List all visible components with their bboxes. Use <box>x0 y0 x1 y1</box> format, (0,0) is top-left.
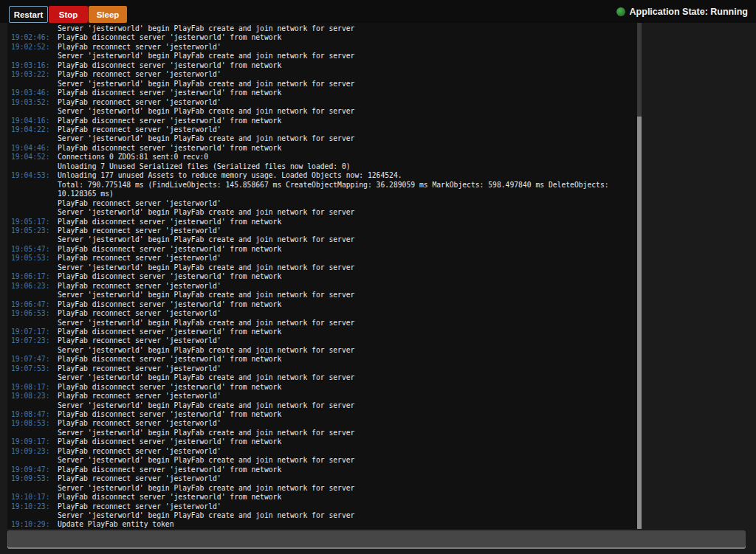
log-line: 19:06:47:PlayFab disconnect server 'jest… <box>7 300 637 309</box>
log-line: 19:09:53:PlayFab reconnect server 'jeste… <box>7 474 637 483</box>
log-message: Server 'jesterworld' begin PlayFab creat… <box>58 456 634 465</box>
horizontal-scrollbar-thumb[interactable] <box>7 530 746 549</box>
log-line: 19:06:23:PlayFab reconnect server 'jeste… <box>7 282 637 291</box>
log-timestamp: 19:05:53: <box>11 254 58 263</box>
main-area: Server 'jesterworld' begin PlayFab creat… <box>0 23 756 554</box>
log-timestamp <box>11 199 58 208</box>
log-timestamp <box>11 52 58 60</box>
log-message: PlayFab reconnect server 'jesterworld' <box>58 70 634 79</box>
log-timestamp: 19:04:22: <box>11 125 58 134</box>
log-message: PlayFab disconnect server 'jesterworld' … <box>58 117 634 125</box>
restart-button[interactable]: Restart <box>9 6 48 23</box>
log-message: PlayFab disconnect server 'jesterworld' … <box>58 437 634 446</box>
log-message: Connections 0 ZDOS:81 sent:0 recv:0 <box>58 153 634 162</box>
log-message: PlayFab reconnect server 'jesterworld' <box>58 447 634 456</box>
log-timestamp <box>11 80 58 89</box>
log-timestamp: 19:05:47: <box>11 245 58 254</box>
log-timestamp <box>11 484 58 493</box>
log-timestamp: 19:09:17: <box>11 437 58 446</box>
log-timestamp: 19:05:23: <box>11 226 58 235</box>
log-message: PlayFab reconnect server 'jesterworld' <box>58 419 634 428</box>
log-line: 19:04:22:PlayFab reconnect server 'jeste… <box>7 125 637 134</box>
log-line: 19:03:16:PlayFab disconnect server 'jest… <box>7 61 637 70</box>
log-timestamp: 19:07:23: <box>11 336 58 345</box>
stop-button[interactable]: Stop <box>49 6 88 23</box>
log-timestamp <box>11 373 58 382</box>
log-line: 19:07:23:PlayFab reconnect server 'jeste… <box>7 336 637 345</box>
log-message: PlayFab disconnect server 'jesterworld' … <box>58 61 634 70</box>
log-line: 19:04:53:Unloading 177 unused Assets to … <box>7 171 637 180</box>
log-timestamp: 19:09:53: <box>11 474 58 483</box>
log-message: Server 'jesterworld' begin PlayFab creat… <box>58 319 634 328</box>
sleep-button[interactable]: Sleep <box>89 6 127 23</box>
vertical-scrollbar-thumb[interactable] <box>637 117 642 529</box>
log-line: 19:02:52:PlayFab reconnect server 'jeste… <box>7 43 637 52</box>
log-message: PlayFab reconnect server 'jesterworld' <box>58 199 634 208</box>
log-message: Server 'jesterworld' begin PlayFab creat… <box>58 263 634 272</box>
log-line: 19:05:17:PlayFab disconnect server 'jest… <box>7 218 637 226</box>
log-line: 19:06:17:PlayFab disconnect server 'jest… <box>7 272 637 281</box>
log-message: PlayFab reconnect server 'jesterworld' <box>58 309 634 318</box>
server-log-console[interactable]: Server 'jesterworld' begin PlayFab creat… <box>7 23 637 529</box>
log-line: Server 'jesterworld' begin PlayFab creat… <box>7 235 637 244</box>
log-line: Server 'jesterworld' begin PlayFab creat… <box>7 208 637 217</box>
log-message: PlayFab disconnect server 'jesterworld' … <box>58 355 634 364</box>
log-timestamp: 19:06:23: <box>11 282 58 291</box>
log-timestamp <box>11 162 58 171</box>
log-timestamp: 19:07:53: <box>11 364 58 373</box>
log-line: 19:02:46:PlayFab disconnect server 'jest… <box>7 33 637 42</box>
log-line: 19:08:23:PlayFab reconnect server 'jeste… <box>7 392 637 401</box>
log-line: Server 'jesterworld' begin PlayFab creat… <box>7 52 637 60</box>
log-message: PlayFab reconnect server 'jesterworld' <box>58 392 634 401</box>
log-message: PlayFab reconnect server 'jesterworld' <box>58 125 634 134</box>
log-message: 10.128365 ms) <box>58 190 634 198</box>
log-timestamp: 19:05:17: <box>11 218 58 226</box>
log-line: 19:10:23:PlayFab reconnect server 'jeste… <box>7 502 637 511</box>
log-message: PlayFab reconnect server 'jesterworld' <box>58 336 634 345</box>
log-line: Unloading 7 Unused Serialized files (Ser… <box>7 162 637 171</box>
log-message: Server 'jesterworld' begin PlayFab creat… <box>58 346 634 355</box>
log-timestamp <box>11 181 58 190</box>
log-line: 19:08:53:PlayFab reconnect server 'jeste… <box>7 419 637 428</box>
log-line: Server 'jesterworld' begin PlayFab creat… <box>7 107 637 116</box>
log-message: Server 'jesterworld' begin PlayFab creat… <box>58 291 634 299</box>
log-timestamp: 19:03:52: <box>11 98 58 107</box>
log-timestamp: 19:08:17: <box>11 383 58 392</box>
log-message: PlayFab disconnect server 'jesterworld' … <box>58 144 634 153</box>
log-line: 19:09:23:PlayFab reconnect server 'jeste… <box>7 447 637 456</box>
log-timestamp: 19:10:17: <box>11 493 58 502</box>
top-toolbar: Restart Stop Sleep Application State: Ru… <box>0 0 756 23</box>
log-timestamp: 19:07:17: <box>11 328 58 336</box>
log-line: 19:10:29:Update PlayFab entity token <box>7 520 637 529</box>
log-line: 19:03:46:PlayFab disconnect server 'jest… <box>7 89 637 97</box>
log-message: PlayFab reconnect server 'jesterworld' <box>58 282 634 291</box>
log-message: PlayFab disconnect server 'jesterworld' … <box>58 89 634 97</box>
log-line: 10.128365 ms) <box>7 190 637 198</box>
log-line: Server 'jesterworld' begin PlayFab creat… <box>7 319 637 328</box>
vertical-scrollbar-track[interactable] <box>637 23 642 529</box>
log-message: Server 'jesterworld' begin PlayFab creat… <box>58 208 634 217</box>
log-message: Server 'jesterworld' begin PlayFab creat… <box>58 134 634 143</box>
log-message: Unloading 177 unused Assets to reduce me… <box>58 171 634 180</box>
log-message: Server 'jesterworld' begin PlayFab creat… <box>58 484 634 493</box>
log-line: Total: 790.775148 ms (FindLiveObjects: 1… <box>7 181 637 190</box>
log-timestamp: 19:02:46: <box>11 33 58 42</box>
log-line: 19:09:17:PlayFab disconnect server 'jest… <box>7 437 637 446</box>
log-message: PlayFab reconnect server 'jesterworld' <box>58 254 634 263</box>
log-timestamp: 19:04:46: <box>11 144 58 153</box>
log-message: PlayFab reconnect server 'jesterworld' <box>58 474 634 483</box>
log-message: Server 'jesterworld' begin PlayFab creat… <box>58 511 634 520</box>
log-timestamp <box>11 429 58 437</box>
log-message: Server 'jesterworld' begin PlayFab creat… <box>58 235 634 244</box>
log-line: 19:10:17:PlayFab disconnect server 'jest… <box>7 493 637 502</box>
log-line: 19:05:53:PlayFab reconnect server 'jeste… <box>7 254 637 263</box>
log-timestamp: 19:06:47: <box>11 300 58 309</box>
log-line: Server 'jesterworld' begin PlayFab creat… <box>7 346 637 355</box>
log-timestamp: 19:10:29: <box>11 520 58 529</box>
log-line: Server 'jesterworld' begin PlayFab creat… <box>7 484 637 493</box>
log-timestamp <box>11 456 58 465</box>
log-timestamp: 19:06:17: <box>11 272 58 281</box>
log-timestamp <box>11 319 58 328</box>
log-timestamp <box>11 24 58 33</box>
log-message: Server 'jesterworld' begin PlayFab creat… <box>58 52 634 60</box>
